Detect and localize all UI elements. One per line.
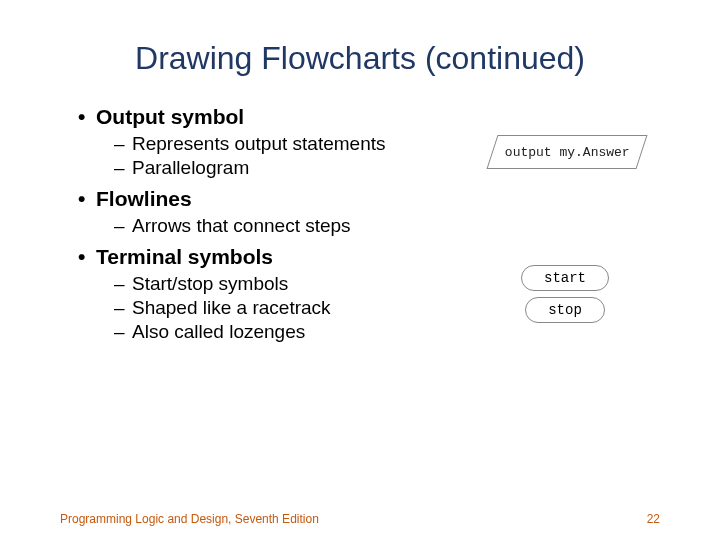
bullet-output-sub1: Represents output statements xyxy=(114,133,450,155)
shapes-column: output my.Answer start stop xyxy=(470,105,660,345)
bullet-flowlines-sub1: Arrows that connect steps xyxy=(114,215,450,237)
bullet-output-symbol: Output symbol xyxy=(78,105,450,129)
footer-page-number: 22 xyxy=(647,512,660,526)
footer: Programming Logic and Design, Seventh Ed… xyxy=(60,512,660,526)
bullet-terminal-sub1: Start/stop symbols xyxy=(114,273,450,295)
parallelogram-label: output my.Answer xyxy=(505,145,630,160)
terminal-shapes: start stop xyxy=(521,265,609,323)
text-column: Output symbol Represents output statemen… xyxy=(60,105,450,345)
bullet-terminal-sub3: Also called lozenges xyxy=(114,321,450,343)
footer-left: Programming Logic and Design, Seventh Ed… xyxy=(60,512,319,526)
slide: Drawing Flowcharts (continued) Output sy… xyxy=(0,0,720,540)
terminal-stop: stop xyxy=(525,297,605,323)
slide-title: Drawing Flowcharts (continued) xyxy=(60,40,660,77)
content-row: Output symbol Represents output statemen… xyxy=(60,105,660,345)
bullet-output-sub2: Parallelogram xyxy=(114,157,450,179)
terminal-start: start xyxy=(521,265,609,291)
bullet-terminal: Terminal symbols xyxy=(78,245,450,269)
parallelogram-shape: output my.Answer xyxy=(480,135,650,175)
bullet-flowlines: Flowlines xyxy=(78,187,450,211)
bullet-terminal-sub2: Shaped like a racetrack xyxy=(114,297,450,319)
parallelogram-icon: output my.Answer xyxy=(486,135,647,169)
